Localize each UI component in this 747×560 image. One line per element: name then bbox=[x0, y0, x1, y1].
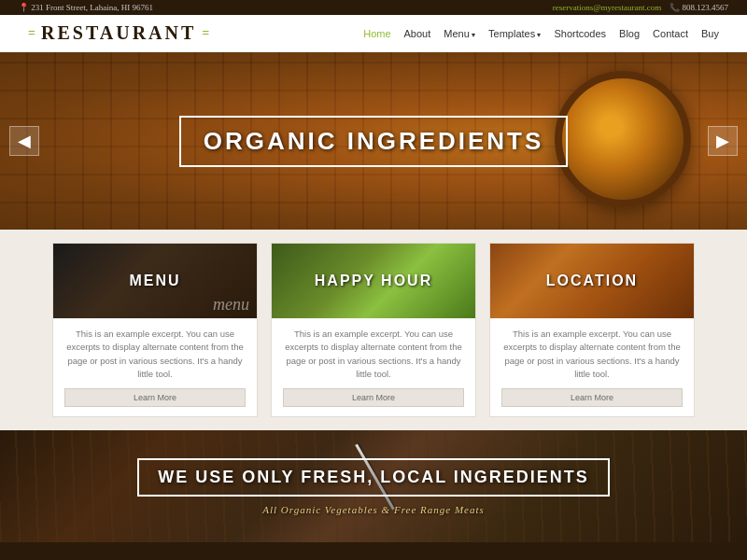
bottom-banner-title-box: WE USE ONLY FRESH, LOCAL INGREDIENTS bbox=[137, 458, 610, 497]
main-nav: Home About Menu Templates Shortcodes Blo… bbox=[363, 28, 719, 39]
logo-text: RESTAURANT bbox=[41, 22, 196, 44]
card-menu-excerpt: This is an example excerpt. You can use … bbox=[64, 328, 246, 381]
nav-buy[interactable]: Buy bbox=[701, 28, 719, 39]
card-happy-btn[interactable]: Learn More bbox=[283, 388, 464, 407]
card-location-body: This is an example excerpt. You can use … bbox=[490, 318, 694, 416]
nav-shortcodes[interactable]: Shortcodes bbox=[554, 28, 606, 39]
card-happy-title: HAPPY HOUR bbox=[315, 273, 432, 289]
top-bar: 📍 231 Front Street, Lahaina, HI 96761 re… bbox=[0, 0, 747, 15]
bottom-banner-content: WE USE ONLY FRESH, LOCAL INGREDIENTS All… bbox=[137, 458, 610, 515]
logo-dash-left: = bbox=[28, 26, 35, 41]
card-location-excerpt: This is an example excerpt. You can use … bbox=[501, 328, 683, 381]
card-happy-excerpt: This is an example excerpt. You can use … bbox=[283, 328, 464, 381]
card-happy-image: HAPPY HOUR bbox=[272, 244, 475, 318]
logo-dash-right: = bbox=[202, 26, 209, 41]
card-menu-btn[interactable]: Learn More bbox=[64, 388, 246, 407]
bottom-banner: WE USE ONLY FRESH, LOCAL INGREDIENTS All… bbox=[0, 430, 747, 542]
bottom-banner-title: WE USE ONLY FRESH, LOCAL INGREDIENTS bbox=[158, 468, 589, 487]
nav-home[interactable]: Home bbox=[363, 28, 390, 39]
hero-next-button[interactable]: ▶ bbox=[708, 126, 738, 156]
card-menu-subtitle: menu bbox=[213, 295, 249, 315]
card-location: LOCATION This is an example excerpt. You… bbox=[489, 243, 695, 417]
nav-blog[interactable]: Blog bbox=[619, 28, 640, 39]
card-menu-body: This is an example excerpt. You can use … bbox=[53, 318, 257, 416]
email-link[interactable]: reservations@myrestaurant.com bbox=[553, 3, 662, 12]
card-happy: HAPPY HOUR This is an example excerpt. Y… bbox=[271, 243, 476, 417]
card-location-image: LOCATION bbox=[490, 244, 694, 318]
card-menu-title: MENU bbox=[129, 273, 180, 289]
nav-templates[interactable]: Templates bbox=[488, 28, 541, 39]
logo: = RESTAURANT = bbox=[28, 22, 209, 44]
card-menu: MENU menu This is an example excerpt. Yo… bbox=[52, 243, 258, 417]
phone: 📞 808.123.4567 bbox=[669, 3, 728, 12]
card-menu-image: MENU menu bbox=[53, 244, 257, 318]
nav-contact[interactable]: Contact bbox=[653, 28, 688, 39]
card-location-title: LOCATION bbox=[546, 273, 638, 289]
bottom-banner-subtitle: All Organic Vegetables & Free Range Meat… bbox=[137, 504, 610, 515]
hero-content: ORGANIC INGREDIENTS bbox=[0, 116, 747, 167]
header: = RESTAURANT = Home About Menu Templates… bbox=[0, 15, 747, 52]
address: 📍 231 Front Street, Lahaina, HI 96761 bbox=[19, 3, 153, 12]
nav-about[interactable]: About bbox=[404, 28, 431, 39]
cards-section: MENU menu This is an example excerpt. Yo… bbox=[0, 230, 747, 430]
hero-prev-button[interactable]: ◀ bbox=[9, 126, 39, 156]
hero-section: ◀ ORGANIC INGREDIENTS ▶ bbox=[0, 52, 747, 230]
nav-menu[interactable]: Menu bbox=[444, 28, 475, 39]
card-happy-body: This is an example excerpt. You can use … bbox=[272, 318, 475, 416]
hero-title: ORGANIC INGREDIENTS bbox=[204, 127, 544, 156]
card-location-btn[interactable]: Learn More bbox=[501, 388, 683, 407]
hero-title-box: ORGANIC INGREDIENTS bbox=[179, 116, 569, 167]
